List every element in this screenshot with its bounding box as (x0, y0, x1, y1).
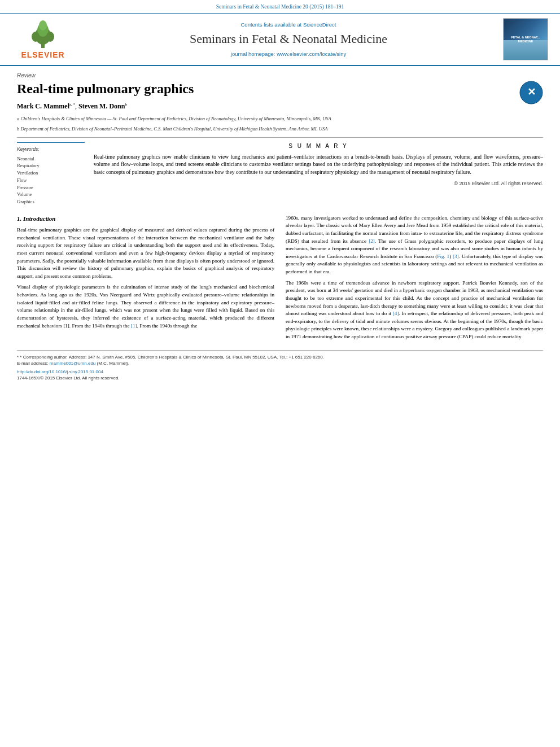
article-footer: * * Corresponding author. Address: 347 N… (17, 350, 543, 382)
corresponding-note-text: * Corresponding author. Address: 347 N. … (20, 355, 324, 360)
cover-title-text: FETAL & NEONAT...MEDICINE (511, 36, 540, 43)
keyword-ventilation: Ventilation (17, 169, 85, 177)
header-left: ELSEVIER (9, 18, 77, 60)
authors-line: Mark C. Mammela, *, Steven M. Donnb (17, 102, 543, 111)
author1-name: Mark C. Mammel (17, 102, 69, 110)
right-para2: The 1960s were a time of tremendous adva… (286, 279, 543, 341)
article-body: Review Real-time pulmonary graphics ✕ Cr… (0, 66, 560, 387)
keywords-title: Keywords: (17, 146, 85, 153)
top-bar: Seminars in Fetal & Neonatal Medicine 20… (0, 0, 560, 14)
main-content: 1. Introduction Real-time pulmonary grap… (17, 215, 543, 344)
left-column: 1. Introduction Real-time pulmonary grap… (17, 215, 274, 344)
svg-point-3 (39, 20, 47, 30)
right-column: 1960s, many investigators worked to unde… (286, 215, 543, 344)
homepage-url[interactable]: www.elsevier.com/locate/siny (277, 51, 346, 57)
intro-para2: Visual display of physiologic parameters… (17, 283, 274, 330)
corresponding-author-note: * * Corresponding author. Address: 347 N… (17, 354, 543, 360)
doi-line: http://dx.doi.org/10.1016/j.siny.2015.01… (17, 369, 543, 375)
cover-photo (504, 40, 548, 60)
summary-heading: S U M M A R Y (94, 142, 543, 150)
article-section-label: Review (17, 72, 543, 80)
keyword-graphics: Graphics (17, 198, 85, 206)
doi-link[interactable]: http://dx.doi.org/10.1016/j.siny.2015.01… (17, 369, 103, 374)
keyword-pressure: Pressure (17, 184, 85, 191)
affiliation1: a Children's Hospitals & Clinics of Minn… (17, 116, 543, 123)
issn-line: 1744-165X/© 2015 Elsevier Ltd. All right… (17, 375, 543, 381)
ref4[interactable]: [4] (393, 311, 399, 316)
keyword-neonatal: Neonatal (17, 155, 85, 163)
summary-text: Real-time pulmonary graphics now enable … (94, 154, 543, 177)
email-suffix: (M.C. Mammel). (97, 361, 129, 366)
elsevier-wordmark: ELSEVIER (21, 50, 64, 61)
ref3[interactable]: [3] (453, 254, 459, 259)
crossmark-icon: ✕ CrossMark (519, 81, 543, 104)
summary-column: S U M M A R Y Real-time pulmonary graphi… (94, 142, 543, 206)
sciencedirect-link[interactable]: ScienceDirect (303, 21, 336, 28)
svg-point-4 (32, 32, 40, 42)
journal-homepage: journal homepage: www.elsevier.com/locat… (231, 50, 346, 58)
intro-ref1[interactable]: [1] (131, 323, 137, 329)
page-container: Seminars in Fetal & Neonatal Medicine 20… (0, 0, 560, 747)
svg-text:✕: ✕ (527, 86, 536, 98)
journal-cover-image: FETAL & NEONAT...MEDICINE (503, 18, 548, 60)
keyword-volume: Volume (17, 191, 85, 198)
keywords-column: Keywords: Neonatal Respiratory Ventilati… (17, 142, 85, 206)
ref2[interactable]: [2] (369, 238, 375, 244)
journal-reference: Seminars in Fetal & Neonatal Medicine 20… (216, 4, 344, 10)
svg-point-5 (46, 32, 54, 42)
affiliation2: b Department of Pediatrics, Division of … (17, 126, 543, 133)
fig1-ref[interactable]: Fig. 1 (437, 254, 449, 259)
homepage-label: journal homepage: (231, 51, 275, 57)
author2-name: Steven M. Donn (78, 102, 125, 110)
elsevier-logo: ELSEVIER (21, 19, 64, 61)
author2-sup: b (125, 102, 127, 107)
right-para1: 1960s, many investigators worked to unde… (286, 215, 543, 276)
keyword-flow: Flow (17, 177, 85, 184)
intro-heading: 1. Introduction (17, 215, 274, 223)
email-label: E-mail address: (17, 361, 49, 366)
intro-para1: Real-time pulmonary graphics are the gra… (17, 226, 274, 280)
contents-text: Contents lists available at (241, 21, 302, 28)
email-address[interactable]: mamme001@umn.edu (50, 361, 96, 366)
crossmark-badge: ✕ CrossMark (519, 81, 543, 107)
keyword-respiratory: Respiratory (17, 162, 85, 169)
header-right: FETAL & NEONAT...MEDICINE (500, 18, 551, 60)
copyright-line: © 2015 Elsevier Ltd. All rights reserved… (94, 180, 543, 187)
elsevier-tree-icon (23, 19, 63, 50)
header-center: Contents lists available at ScienceDirec… (77, 18, 500, 60)
intro-para2-text: Visual display of physiologic parameters… (17, 284, 274, 328)
author1-sup: a, * (69, 102, 75, 107)
article-title: Real-time pulmonary graphics (17, 81, 543, 97)
summary-section: Keywords: Neonatal Respiratory Ventilati… (17, 137, 543, 206)
svg-text:CrossMark: CrossMark (524, 99, 539, 103)
journal-header: ELSEVIER Contents lists available at Sci… (0, 14, 560, 66)
email-line: E-mail address: mamme001@umn.edu (M.C. M… (17, 360, 543, 366)
contents-available-line: Contents lists available at ScienceDirec… (241, 21, 336, 28)
journal-title: Seminars in Fetal & Neonatal Medicine (190, 30, 387, 48)
